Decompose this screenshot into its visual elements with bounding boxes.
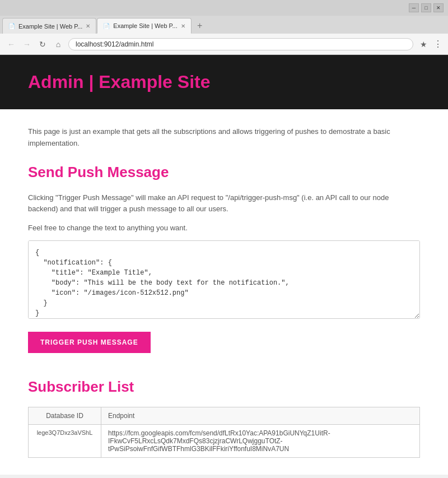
- table-header-row: Database ID Endpoint: [29, 407, 420, 425]
- new-tab-button[interactable]: +: [192, 19, 208, 33]
- back-button[interactable]: ←: [6, 39, 17, 50]
- col-header-db-id: Database ID: [29, 407, 101, 425]
- close-button[interactable]: ✕: [433, 3, 444, 12]
- subscriber-section-title: Subscriber List: [28, 378, 420, 396]
- tab-2-label: Example Site | Web P...: [113, 22, 177, 29]
- push-description-1: Clicking "Trigger Push Message" will mak…: [28, 192, 420, 216]
- address-input[interactable]: [68, 38, 413, 50]
- minimize-button[interactable]: ─: [409, 3, 419, 12]
- page-header: Admin | Example Site: [0, 55, 448, 109]
- push-section-title: Send Push Message: [28, 164, 420, 181]
- tab-1[interactable]: 📄 Example Site | Web P... ✕: [2, 18, 96, 34]
- title-bar: ─ □ ✕: [0, 0, 448, 16]
- tab-1-close[interactable]: ✕: [86, 23, 90, 29]
- intro-text: This page is just an example that gets a…: [28, 126, 420, 150]
- forward-button[interactable]: →: [21, 39, 32, 50]
- tab-2-close[interactable]: ✕: [181, 23, 185, 29]
- maximize-button[interactable]: □: [421, 3, 431, 12]
- bookmark-button[interactable]: ★: [418, 39, 429, 50]
- table-head: Database ID Endpoint: [29, 407, 420, 425]
- refresh-button[interactable]: ↻: [37, 39, 48, 50]
- tab-2-icon: 📄: [103, 23, 110, 29]
- page-body: This page is just an example that gets a…: [0, 109, 448, 475]
- page-content: Admin | Example Site This page is just a…: [0, 55, 448, 475]
- table-body: lege3Q7Dxz3aVShL https://fcm.googleapis.…: [29, 425, 420, 458]
- subscriber-table: Database ID Endpoint lege3Q7Dxz3aVShL ht…: [28, 407, 420, 458]
- tab-1-icon: 📄: [8, 23, 15, 29]
- page-title: Admin | Example Site: [28, 72, 420, 92]
- col-header-endpoint: Endpoint: [101, 407, 420, 425]
- menu-button[interactable]: ⋮: [433, 39, 442, 49]
- tab-2[interactable]: 📄 Example Site | Web P... ✕: [97, 18, 191, 34]
- subscriber-section: Subscriber List Database ID Endpoint leg…: [28, 378, 420, 458]
- cell-db-id: lege3Q7Dxz3aVShL: [29, 425, 101, 458]
- browser-window: ─ □ ✕ 📄 Example Site | Web P... ✕ 📄 Exam…: [0, 0, 448, 475]
- home-button[interactable]: ⌂: [53, 39, 64, 50]
- json-textarea[interactable]: [28, 240, 420, 319]
- push-description-2: Feel free to change the text to anything…: [28, 224, 420, 232]
- trigger-push-button[interactable]: TRIGGER PUSH MESSAGE: [28, 332, 151, 353]
- address-bar: ← → ↻ ⌂ ★ ⋮: [0, 34, 448, 55]
- window-controls: ─ □ ✕: [409, 3, 444, 12]
- table-row: lege3Q7Dxz3aVShL https://fcm.googleapis.…: [29, 425, 420, 458]
- tab-1-label: Example Site | Web P...: [18, 23, 82, 30]
- cell-endpoint: https://fcm.googleapis.com/fcm/send/dfLt…: [101, 425, 420, 458]
- tab-bar: 📄 Example Site | Web P... ✕ 📄 Example Si…: [0, 16, 448, 34]
